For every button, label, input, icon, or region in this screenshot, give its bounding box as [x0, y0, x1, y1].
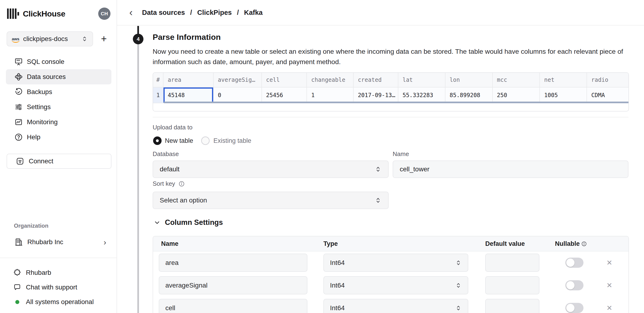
sort-key-placeholder: Select an option: [160, 197, 207, 204]
table-cell[interactable]: 2017-09-13…: [354, 87, 398, 103]
table-cell[interactable]: CDMA: [587, 87, 628, 103]
column-header: #: [153, 73, 164, 87]
sidebar-item-monitoring[interactable]: Monitoring: [6, 115, 112, 130]
remove-column-button[interactable]: ✕: [601, 276, 618, 294]
nullable-toggle[interactable]: [565, 280, 584, 290]
chevron-up-down-icon: [455, 282, 462, 289]
sidebar-item-label: Backups: [27, 88, 52, 96]
table-mode-radio-group: New table Existing table: [153, 136, 251, 146]
page-title: Parse Information: [153, 33, 221, 42]
chevron-up-down-icon: [81, 36, 88, 42]
remove-column-button[interactable]: ✕: [601, 299, 618, 313]
status-dot-icon: [12, 297, 22, 307]
organization-name: Rhubarb Inc: [27, 238, 63, 246]
column-settings-title: Column Settings: [165, 218, 223, 227]
table-cell[interactable]: 0: [214, 87, 262, 103]
column-header: mcc: [493, 73, 540, 87]
footer-item-label: Chat with support: [26, 283, 77, 291]
stepper-line-pending: [137, 44, 139, 313]
table-cell-selected[interactable]: 45148: [164, 87, 214, 103]
horizontal-scrollbar[interactable]: [164, 102, 628, 103]
column-header: net: [540, 73, 587, 87]
upload-data-to-label: Upload data to: [153, 124, 192, 131]
chevron-right-icon: ›: [104, 238, 106, 246]
aws-icon: aws: [12, 37, 19, 41]
radio-existing-table-label[interactable]: Existing table: [214, 137, 251, 144]
sidebar: ClickHouse CH aws clickpipes-docs + SQL …: [0, 0, 117, 313]
organization-item[interactable]: Rhubarb Inc ›: [6, 235, 112, 249]
help-icon: [14, 133, 23, 142]
connect-button[interactable]: Connect: [6, 154, 112, 169]
column-name-input[interactable]: area: [159, 254, 308, 272]
service-row: aws clickpipes-docs +: [6, 31, 111, 47]
default-value-input[interactable]: [485, 276, 540, 294]
table-cell[interactable]: 250: [493, 87, 540, 103]
table-name-value: cell_tower: [400, 165, 430, 173]
table-cell[interactable]: 85.899208: [446, 87, 493, 103]
sort-key-select[interactable]: Select an option: [153, 192, 389, 209]
organization-section-label: Organization: [14, 222, 48, 229]
column-header: area: [164, 73, 214, 87]
remove-column-button[interactable]: ✕: [601, 254, 618, 272]
avatar[interactable]: CH: [98, 8, 110, 20]
table-cell[interactable]: 1005: [540, 87, 587, 103]
step-content: Parse Information Now you need to create…: [153, 0, 629, 313]
radio-existing-table[interactable]: [201, 136, 210, 145]
row-number-cell: 1: [153, 87, 164, 103]
system-status-item[interactable]: All systems operational: [6, 295, 112, 309]
rhubarb-item[interactable]: Rhubarb: [6, 265, 112, 280]
chat-bubble-icon: [12, 282, 22, 292]
step-description: Now you need to create a new table or se…: [153, 46, 625, 67]
sidebar-nav: SQL console Data sources Backups Setting…: [6, 54, 112, 145]
column-type-select[interactable]: Int64: [324, 299, 468, 313]
chat-with-support-item[interactable]: Chat with support: [6, 280, 112, 295]
database-label: Database: [153, 150, 179, 158]
column-type-select[interactable]: Int64: [324, 276, 468, 294]
table-cell[interactable]: 25456: [262, 87, 307, 103]
nullable-toggle[interactable]: [565, 258, 584, 268]
step-badge: 4: [133, 34, 144, 44]
nullable-toggle[interactable]: [565, 303, 584, 313]
table-cell[interactable]: 55.332283: [398, 87, 446, 103]
sidebar-item-data-sources[interactable]: Data sources: [6, 69, 112, 84]
sidebar-item-label: Data sources: [27, 73, 66, 81]
column-settings-toggle[interactable]: Column Settings: [154, 218, 223, 227]
database-value: default: [160, 165, 180, 173]
info-icon[interactable]: [178, 181, 185, 187]
column-header: changeable: [307, 73, 354, 87]
service-selector[interactable]: aws clickpipes-docs: [6, 31, 93, 47]
table-name-input[interactable]: cell_tower: [393, 161, 628, 178]
column-header: radio: [587, 73, 628, 87]
table-name-label: Name: [393, 150, 409, 158]
puzzle-icon: [12, 268, 22, 278]
sidebar-item-sql-console[interactable]: SQL console: [6, 54, 112, 69]
add-service-button[interactable]: +: [97, 32, 111, 46]
chevron-down-icon: [154, 219, 161, 226]
sort-key-label: Sort key: [153, 180, 175, 187]
chevron-up-down-icon: [455, 259, 462, 266]
section-divider: [153, 117, 628, 117]
clickhouse-logo-icon: [7, 8, 19, 19]
header-type: Type: [324, 236, 338, 251]
radio-new-table[interactable]: [153, 136, 162, 145]
data-preview-table: # area averageSig… cell changeable creat…: [153, 72, 629, 112]
column-settings-header: Name Type Default value Nullable: [153, 236, 628, 251]
column-name-input[interactable]: cell: [159, 299, 308, 313]
column-row-averagesignal: averageSignal Int64 ✕: [153, 276, 628, 294]
default-value-input[interactable]: [485, 254, 540, 272]
column-name-input[interactable]: averageSignal: [159, 276, 308, 294]
info-icon[interactable]: [581, 241, 587, 247]
back-button[interactable]: ‹: [127, 8, 135, 18]
radio-new-table-label[interactable]: New table: [165, 137, 193, 144]
sidebar-footer: Rhubarb Chat with support All systems op…: [6, 265, 112, 309]
data-sources-icon: [14, 72, 23, 81]
database-select[interactable]: default: [153, 161, 389, 178]
sidebar-item-help[interactable]: Help: [6, 130, 112, 145]
default-value-input[interactable]: [485, 299, 540, 313]
sidebar-item-backups[interactable]: Backups: [6, 84, 112, 100]
sidebar-item-settings[interactable]: Settings: [6, 100, 112, 115]
backups-icon: [14, 87, 23, 96]
table-cell[interactable]: 1: [307, 87, 354, 103]
clickhouse-app: ClickHouse CH aws clickpipes-docs + SQL …: [0, 0, 644, 313]
column-type-select[interactable]: Int64: [324, 254, 468, 272]
